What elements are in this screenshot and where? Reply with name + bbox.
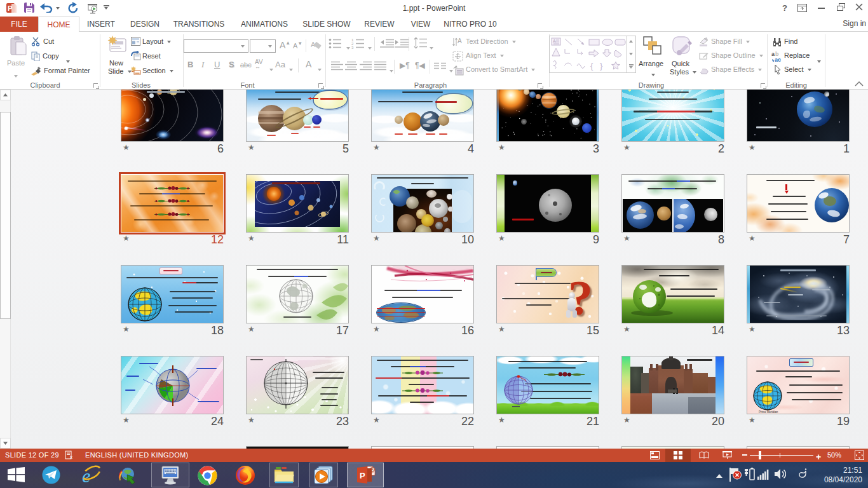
svg-text:Prime Meridian: Prime Meridian [759, 410, 778, 414]
svg-text:A: A [553, 39, 556, 43]
svg-text:ac: ac [775, 57, 781, 63]
svg-text:x: x [70, 454, 72, 460]
svg-text:}: } [600, 61, 603, 71]
svg-text:A: A [458, 37, 462, 44]
svg-text:P: P [8, 4, 12, 12]
svg-text:3: 3 [351, 46, 354, 49]
svg-text:{: { [590, 61, 593, 71]
svg-text:P: P [360, 471, 365, 480]
